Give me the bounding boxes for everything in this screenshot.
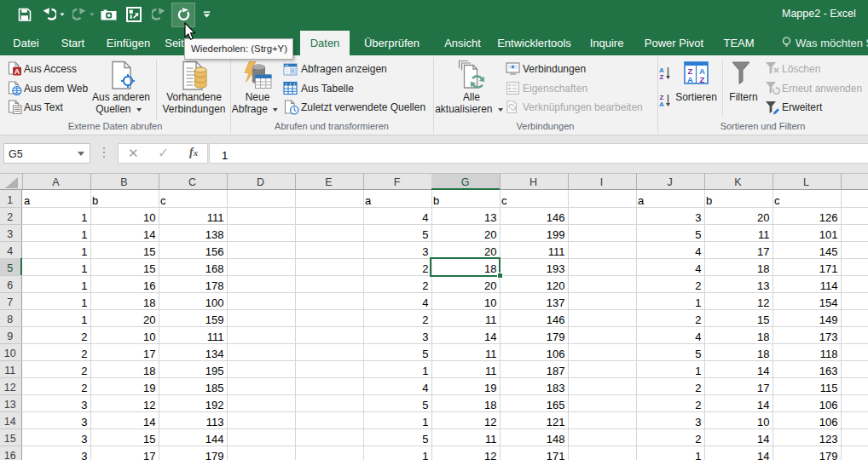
svg-text:Z: Z bbox=[660, 73, 664, 80]
svg-text:Z: Z bbox=[700, 75, 705, 84]
svg-text:A: A bbox=[659, 101, 664, 107]
svg-text:A: A bbox=[14, 67, 20, 76]
svg-text:A: A bbox=[687, 75, 693, 84]
